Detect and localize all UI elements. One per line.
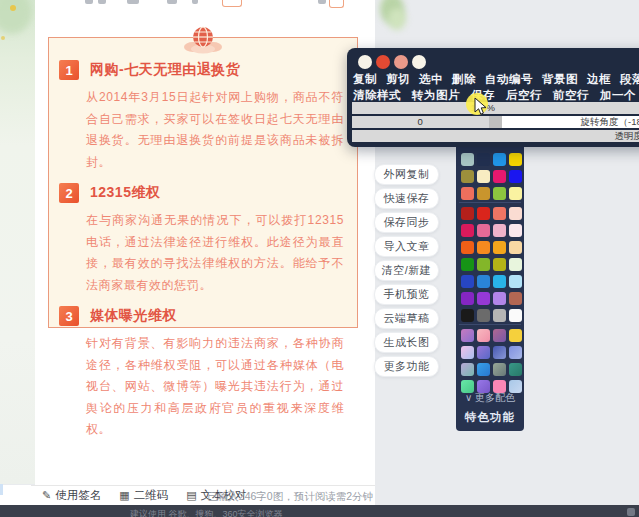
color-swatch[interactable] [461,187,474,200]
color-swatch[interactable] [493,224,506,237]
toolbar-icon-stub[interactable] [167,0,177,4]
menu-item-转为图片[interactable]: 转为图片 [412,88,460,103]
menu-item-前空行[interactable]: 前空行 [553,88,589,103]
color-swatch[interactable] [461,309,474,322]
color-swatch[interactable] [509,224,522,237]
color-swatch[interactable] [509,346,522,359]
color-swatch[interactable] [493,363,506,376]
toolbar-button-stub[interactable] [222,0,242,7]
menu-item-背景图[interactable]: 背景图 [542,72,578,87]
color-swatch[interactable] [477,292,490,305]
color-swatch[interactable] [509,207,522,220]
toolbar-icon-stub[interactable] [192,0,198,4]
color-swatch[interactable] [509,309,522,322]
menu-item-后空行[interactable]: 后空行 [506,88,542,103]
color-swatch[interactable] [493,241,506,254]
color-swatch[interactable] [509,292,522,305]
color-swatch[interactable] [461,346,474,359]
color-swatch[interactable] [461,241,474,254]
color-swatch[interactable] [509,187,522,200]
preset-color-circle[interactable] [412,55,426,69]
color-swatch[interactable] [461,258,474,271]
color-swatch[interactable] [493,207,506,220]
color-swatch[interactable] [461,292,474,305]
toolbar-icon-stub[interactable] [127,0,139,4]
color-swatch[interactable] [477,275,490,288]
status-action-使用签名[interactable]: ✎使用签名 [42,488,101,503]
side-button-导入文章[interactable]: 导入文章 [374,236,439,257]
slider-width[interactable]: 100%调整宽度 [352,102,639,114]
color-swatch[interactable] [477,153,490,166]
menu-item-选中[interactable]: 选中 [419,72,443,87]
side-button-保存同步[interactable]: 保存同步 [374,212,439,233]
color-swatch[interactable] [477,346,490,359]
color-swatch[interactable] [509,275,522,288]
side-button-更多功能[interactable]: 更多功能 [374,356,439,377]
color-swatch[interactable] [461,275,474,288]
article-content-box[interactable]: 1网购-七天无理由退换货从2014年3月15日起针对网上购物，商品不符合自己需求… [48,37,358,328]
menu-item-边框[interactable]: 边框 [587,72,611,87]
color-swatch[interactable] [461,329,474,342]
menu-item-清除样式[interactable]: 清除样式 [353,88,401,103]
menu-item-删除[interactable]: 删除 [452,72,476,87]
feature-functions-button[interactable]: 特色功能 [456,410,524,425]
side-button-快速保存[interactable]: 快速保存 [374,188,439,209]
toolbar-icon-stub[interactable] [85,0,93,4]
color-swatch[interactable] [509,258,522,271]
color-swatch[interactable] [461,224,474,237]
color-swatch[interactable] [493,309,506,322]
page-background-left-decoration [0,0,35,484]
color-swatch[interactable] [493,187,506,200]
status-action-二维码[interactable]: ▦二维码 [119,488,168,503]
color-swatch[interactable] [493,153,506,166]
color-swatch[interactable] [461,207,474,220]
color-swatch[interactable] [461,363,474,376]
color-swatch[interactable] [509,363,522,376]
side-button-手机预览[interactable]: 手机预览 [374,284,439,305]
color-swatch[interactable] [493,329,506,342]
menu-item-段落[interactable]: 段落 [620,72,639,87]
color-swatch[interactable] [509,170,522,183]
color-swatch[interactable] [509,241,522,254]
editor-canvas[interactable]: 1网购-七天无理由退换货从2014年3月15日起针对网上购物，商品不符合自己需求… [35,0,375,505]
slider-opacity[interactable]: 透明度（0~1） [352,130,639,142]
preset-color-circle[interactable] [394,55,408,69]
help-widget-icon[interactable] [627,508,635,516]
color-swatch[interactable] [477,363,490,376]
slider-rotate[interactable]: 0旋转角度（-180~180） [352,116,639,128]
color-swatch[interactable] [493,170,506,183]
browser-recommendation-text: 建议使用 谷歌、搜狗、360安全浏览器 [130,508,283,517]
preset-color-circle[interactable] [376,55,390,69]
side-button-外网复制[interactable]: 外网复制 [374,164,439,185]
color-swatch[interactable] [493,275,506,288]
color-swatch[interactable] [477,258,490,271]
color-swatch[interactable] [461,153,474,166]
color-swatch[interactable] [461,170,474,183]
color-swatch[interactable] [477,309,490,322]
color-swatch[interactable] [509,153,522,166]
color-swatch[interactable] [477,241,490,254]
color-swatch[interactable] [477,224,490,237]
color-swatch[interactable] [477,187,490,200]
color-swatch[interactable] [493,258,506,271]
side-button-云端草稿[interactable]: 云端草稿 [374,308,439,329]
color-swatch[interactable] [493,292,506,305]
slider-label: 透明度（0~1） [614,130,639,142]
side-button-生成长图[interactable]: 生成长图 [374,332,439,353]
menu-item-复制[interactable]: 复制 [353,72,377,87]
more-colors-button[interactable]: ∨ 更多配色 [456,391,524,405]
color-swatch[interactable] [493,346,506,359]
color-swatch[interactable] [477,170,490,183]
preset-color-circle[interactable] [358,55,372,69]
color-swatch[interactable] [509,329,522,342]
color-swatch[interactable] [477,329,490,342]
menu-item-自动编号[interactable]: 自动编号 [485,72,533,87]
color-swatch[interactable] [477,207,490,220]
toolbar-icon-stub[interactable] [98,0,106,4]
toolbar-button-stub[interactable] [329,0,344,8]
side-button-清空/新建[interactable]: 清空/新建 [374,260,439,281]
toolbar-icon-stub[interactable] [318,0,326,4]
menu-item-剪切[interactable]: 剪切 [386,72,410,87]
slider-thumb[interactable] [489,116,502,128]
menu-item-加一个[interactable]: 加一个 [600,88,636,103]
